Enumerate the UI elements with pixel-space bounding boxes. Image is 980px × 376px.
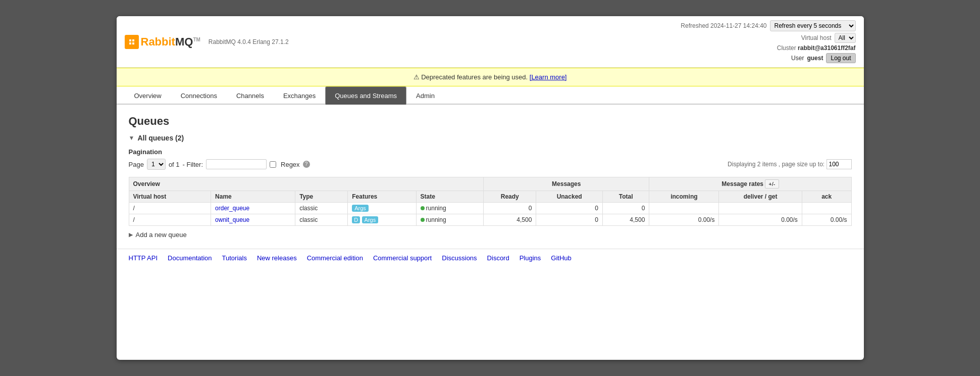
state-running: running [421, 216, 446, 223]
nav-item-connections[interactable]: Connections [171, 86, 227, 105]
section-toggle[interactable]: ▼ [129, 134, 135, 142]
cell-state: running [416, 203, 484, 214]
table-row: /order_queueclassicArgs running000 [129, 203, 851, 214]
group-header-overview: Overview [129, 177, 484, 191]
cell-features: Args [348, 203, 416, 214]
help-icon[interactable]: ? [303, 161, 310, 168]
nav-item-overview[interactable]: Overview [125, 86, 171, 105]
nav-item-channels[interactable]: Channels [227, 86, 274, 105]
col-header-ack: ack [802, 191, 851, 203]
col-header-type: Type [295, 191, 348, 203]
cell-unacked: 0 [536, 203, 603, 214]
col-header-name: Name [211, 191, 295, 203]
cell-ready: 4,500 [484, 214, 536, 226]
pagination-row: Page 1 of 1 - Filter: Regex ? Displaying… [129, 159, 852, 170]
cell-ack: 0.00/s [802, 214, 851, 226]
footer-link[interactable]: Plugins [520, 254, 541, 262]
user-value: guest [807, 55, 823, 62]
page-select[interactable]: 1 [147, 159, 166, 170]
svg-rect-2 [132, 39, 134, 41]
feature-tag-args[interactable]: Args [352, 205, 369, 212]
refresh-select[interactable]: Refresh every 5 seconds Refresh every 10… [770, 20, 856, 31]
svg-rect-1 [129, 39, 131, 41]
footer-link[interactable]: Discord [487, 254, 509, 262]
state-running: running [421, 205, 446, 212]
pagination-label: Pagination [129, 148, 852, 156]
col-header-ready: Ready [484, 191, 536, 203]
add-queue-toggle[interactable]: ▶ Add a new queue [129, 231, 852, 239]
feature-tag-args[interactable]: Args [362, 216, 379, 223]
nav-item-admin[interactable]: Admin [406, 86, 444, 105]
footer-link[interactable]: New releases [257, 254, 297, 262]
footer-link[interactable]: HTTP API [129, 254, 158, 262]
warning-message: ⚠ Deprecated features are being used. [414, 73, 528, 81]
main-nav: Overview Connections Channels Exchanges … [117, 86, 864, 105]
cell-deliver-get [719, 203, 802, 214]
state-dot [421, 218, 425, 222]
cell-total: 0 [602, 203, 649, 214]
section-header: ▼ All queues (2) [129, 134, 852, 142]
cell-features: D Args [348, 214, 416, 226]
cell-name: ownit_queue [211, 214, 295, 226]
of-label: of 1 [169, 161, 180, 168]
cell-ack [802, 203, 851, 214]
user-label: User [791, 55, 804, 62]
user-row: User guest Log out [791, 53, 855, 63]
footer-link[interactable]: Commercial edition [307, 254, 363, 262]
svg-rect-4 [132, 42, 134, 44]
col-header-unacked: Unacked [536, 191, 603, 203]
group-header-messages: Messages [484, 177, 649, 191]
learn-more-link[interactable]: [Learn more] [530, 73, 567, 81]
nav-item-queues[interactable]: Queues and Streams [325, 86, 406, 105]
add-queue-label: Add a new queue [136, 231, 187, 239]
queue-name-link[interactable]: ownit_queue [215, 216, 249, 223]
version-info: RabbitMQ 4.0.4 Erlang 27.1.2 [209, 38, 289, 45]
state-dot [421, 206, 425, 210]
col-header-total: Total [602, 191, 649, 203]
col-header-deliver-get: deliver / get [719, 191, 802, 203]
page-size-input[interactable] [827, 159, 852, 169]
virtual-host-row: Virtual host All / [801, 33, 856, 43]
cluster-row: Cluster rabbit@a31061ff2faf [777, 44, 856, 52]
cell-type: classic [295, 203, 348, 214]
filter-label: - Filter: [183, 161, 203, 168]
svg-rect-3 [129, 42, 131, 44]
header-right: Refreshed 2024-11-27 14:24:40 Refresh ev… [681, 20, 855, 63]
add-queue-section: ▶ Add a new queue [129, 231, 852, 239]
col-header-vhost: Virtual host [129, 191, 211, 203]
virtual-host-select[interactable]: All / [835, 33, 856, 43]
cell-vhost: / [129, 203, 211, 214]
cell-deliver-get: 0.00/s [719, 214, 802, 226]
col-header-features: Features [348, 191, 416, 203]
queues-table: Overview Messages Message rates +/- Virt… [129, 177, 852, 226]
virtual-host-label: Virtual host [801, 34, 832, 41]
page-label: Page [129, 161, 144, 168]
table-row: /ownit_queueclassicD Args running4,50004… [129, 214, 851, 226]
pagination-controls: Page 1 of 1 - Filter: Regex ? [129, 159, 310, 170]
footer-link[interactable]: Documentation [168, 254, 212, 262]
cell-type: classic [295, 214, 348, 226]
refreshed-label: Refreshed 2024-11-27 14:24:40 [681, 22, 766, 29]
nav-item-exchanges[interactable]: Exchanges [274, 86, 325, 105]
footer-link[interactable]: Commercial support [373, 254, 432, 262]
filter-input[interactable] [206, 159, 267, 169]
pagination-section: Pagination Page 1 of 1 - Filter: Regex ?… [129, 148, 852, 170]
footer-link[interactable]: Tutorials [222, 254, 247, 262]
svg-rect-0 [128, 38, 136, 46]
footer: HTTP APIDocumentationTutorialsNew releas… [117, 249, 864, 267]
logo-area: RabbitMQTM RabbitMQ 4.0.4 Erlang 27.1.2 [125, 35, 289, 49]
cell-unacked: 0 [536, 214, 603, 226]
warning-banner: ⚠ Deprecated features are being used. [L… [117, 68, 864, 86]
regex-checkbox[interactable] [270, 161, 276, 168]
footer-link[interactable]: Discussions [442, 254, 477, 262]
logout-button[interactable]: Log out [826, 53, 855, 63]
cell-incoming: 0.00/s [649, 214, 719, 226]
cell-state: running [416, 214, 484, 226]
footer-link[interactable]: GitHub [551, 254, 571, 262]
logo-text: RabbitMQTM [141, 35, 200, 49]
queue-name-link[interactable]: order_queue [215, 205, 249, 212]
feature-tag-d: D [352, 216, 360, 223]
cell-name: order_queue [211, 203, 295, 214]
plus-minus-button[interactable]: +/- [765, 179, 779, 189]
page-title: Queues [129, 115, 852, 128]
